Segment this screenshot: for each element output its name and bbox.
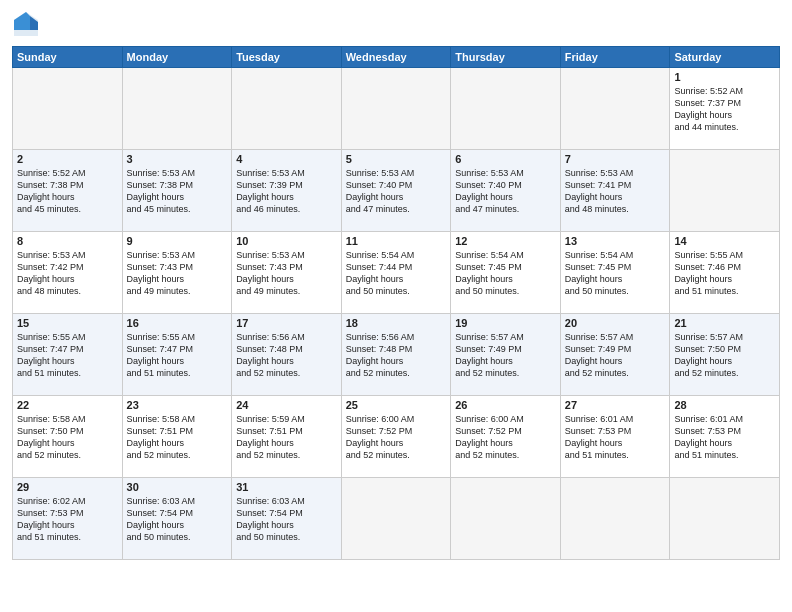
calendar-cell: 6 Sunrise: 5:53 AMSunset: 7:40 PMDayligh… (451, 150, 561, 232)
calendar-cell (13, 68, 123, 150)
day-number: 24 (236, 399, 337, 411)
day-info: Sunrise: 5:55 AMSunset: 7:46 PMDaylight … (674, 249, 775, 298)
calendar-cell: 26 Sunrise: 6:00 AMSunset: 7:52 PMDaylig… (451, 396, 561, 478)
day-number: 3 (127, 153, 228, 165)
calendar-cell: 22 Sunrise: 5:58 AMSunset: 7:50 PMDaylig… (13, 396, 123, 478)
calendar-cell: 9 Sunrise: 5:53 AMSunset: 7:43 PMDayligh… (122, 232, 232, 314)
day-number: 6 (455, 153, 556, 165)
day-number: 11 (346, 235, 447, 247)
col-header-thursday: Thursday (451, 47, 561, 68)
day-info: Sunrise: 6:00 AMSunset: 7:52 PMDaylight … (346, 413, 447, 462)
day-info: Sunrise: 5:54 AMSunset: 7:44 PMDaylight … (346, 249, 447, 298)
calendar-cell: 28 Sunrise: 6:01 AMSunset: 7:53 PMDaylig… (670, 396, 780, 478)
day-number: 16 (127, 317, 228, 329)
day-info: Sunrise: 5:53 AMSunset: 7:40 PMDaylight … (455, 167, 556, 216)
calendar-cell: 20 Sunrise: 5:57 AMSunset: 7:49 PMDaylig… (560, 314, 670, 396)
col-header-wednesday: Wednesday (341, 47, 451, 68)
col-header-tuesday: Tuesday (232, 47, 342, 68)
day-info: Sunrise: 5:52 AMSunset: 7:37 PMDaylight … (674, 85, 775, 134)
calendar-cell: 27 Sunrise: 6:01 AMSunset: 7:53 PMDaylig… (560, 396, 670, 478)
header-row: SundayMondayTuesdayWednesdayThursdayFrid… (13, 47, 780, 68)
week-row: 8 Sunrise: 5:53 AMSunset: 7:42 PMDayligh… (13, 232, 780, 314)
day-number: 8 (17, 235, 118, 247)
col-header-monday: Monday (122, 47, 232, 68)
day-number: 17 (236, 317, 337, 329)
day-info: Sunrise: 6:01 AMSunset: 7:53 PMDaylight … (674, 413, 775, 462)
day-info: Sunrise: 5:56 AMSunset: 7:48 PMDaylight … (346, 331, 447, 380)
week-row: 2 Sunrise: 5:52 AMSunset: 7:38 PMDayligh… (13, 150, 780, 232)
calendar-cell: 31 Sunrise: 6:03 AMSunset: 7:54 PMDaylig… (232, 478, 342, 560)
calendar-cell: 25 Sunrise: 6:00 AMSunset: 7:52 PMDaylig… (341, 396, 451, 478)
page-container: SundayMondayTuesdayWednesdayThursdayFrid… (0, 0, 792, 568)
day-info: Sunrise: 6:03 AMSunset: 7:54 PMDaylight … (127, 495, 228, 544)
day-info: Sunrise: 5:53 AMSunset: 7:43 PMDaylight … (127, 249, 228, 298)
day-info: Sunrise: 6:02 AMSunset: 7:53 PMDaylight … (17, 495, 118, 544)
day-info: Sunrise: 5:57 AMSunset: 7:50 PMDaylight … (674, 331, 775, 380)
calendar-cell: 29 Sunrise: 6:02 AMSunset: 7:53 PMDaylig… (13, 478, 123, 560)
calendar-cell: 21 Sunrise: 5:57 AMSunset: 7:50 PMDaylig… (670, 314, 780, 396)
calendar-cell (670, 478, 780, 560)
day-number: 12 (455, 235, 556, 247)
header (12, 10, 780, 38)
day-info: Sunrise: 5:57 AMSunset: 7:49 PMDaylight … (455, 331, 556, 380)
calendar-cell: 5 Sunrise: 5:53 AMSunset: 7:40 PMDayligh… (341, 150, 451, 232)
calendar-cell: 19 Sunrise: 5:57 AMSunset: 7:49 PMDaylig… (451, 314, 561, 396)
calendar-cell: 16 Sunrise: 5:55 AMSunset: 7:47 PMDaylig… (122, 314, 232, 396)
day-info: Sunrise: 5:53 AMSunset: 7:40 PMDaylight … (346, 167, 447, 216)
svg-marker-2 (14, 12, 30, 30)
day-number: 27 (565, 399, 666, 411)
day-number: 25 (346, 399, 447, 411)
day-number: 1 (674, 71, 775, 83)
day-number: 28 (674, 399, 775, 411)
calendar-cell: 4 Sunrise: 5:53 AMSunset: 7:39 PMDayligh… (232, 150, 342, 232)
calendar-cell: 18 Sunrise: 5:56 AMSunset: 7:48 PMDaylig… (341, 314, 451, 396)
col-header-saturday: Saturday (670, 47, 780, 68)
calendar-cell: 15 Sunrise: 5:55 AMSunset: 7:47 PMDaylig… (13, 314, 123, 396)
calendar-cell: 1 Sunrise: 5:52 AMSunset: 7:37 PMDayligh… (670, 68, 780, 150)
day-number: 14 (674, 235, 775, 247)
day-info: Sunrise: 5:54 AMSunset: 7:45 PMDaylight … (565, 249, 666, 298)
calendar-cell: 3 Sunrise: 5:53 AMSunset: 7:38 PMDayligh… (122, 150, 232, 232)
day-info: Sunrise: 5:55 AMSunset: 7:47 PMDaylight … (127, 331, 228, 380)
day-info: Sunrise: 5:58 AMSunset: 7:51 PMDaylight … (127, 413, 228, 462)
calendar-cell (341, 68, 451, 150)
day-info: Sunrise: 5:53 AMSunset: 7:43 PMDaylight … (236, 249, 337, 298)
day-number: 22 (17, 399, 118, 411)
day-number: 4 (236, 153, 337, 165)
calendar-cell: 23 Sunrise: 5:58 AMSunset: 7:51 PMDaylig… (122, 396, 232, 478)
day-number: 29 (17, 481, 118, 493)
day-info: Sunrise: 5:58 AMSunset: 7:50 PMDaylight … (17, 413, 118, 462)
calendar-cell: 24 Sunrise: 5:59 AMSunset: 7:51 PMDaylig… (232, 396, 342, 478)
calendar-cell: 12 Sunrise: 5:54 AMSunset: 7:45 PMDaylig… (451, 232, 561, 314)
week-row: 29 Sunrise: 6:02 AMSunset: 7:53 PMDaylig… (13, 478, 780, 560)
calendar-cell: 7 Sunrise: 5:53 AMSunset: 7:41 PMDayligh… (560, 150, 670, 232)
day-info: Sunrise: 5:53 AMSunset: 7:38 PMDaylight … (127, 167, 228, 216)
calendar-cell: 8 Sunrise: 5:53 AMSunset: 7:42 PMDayligh… (13, 232, 123, 314)
day-info: Sunrise: 6:01 AMSunset: 7:53 PMDaylight … (565, 413, 666, 462)
day-number: 18 (346, 317, 447, 329)
day-number: 30 (127, 481, 228, 493)
day-number: 31 (236, 481, 337, 493)
day-info: Sunrise: 5:53 AMSunset: 7:42 PMDaylight … (17, 249, 118, 298)
calendar-cell (232, 68, 342, 150)
calendar-cell (560, 478, 670, 560)
calendar-cell (451, 68, 561, 150)
calendar-cell (341, 478, 451, 560)
calendar-cell (451, 478, 561, 560)
calendar-cell: 14 Sunrise: 5:55 AMSunset: 7:46 PMDaylig… (670, 232, 780, 314)
calendar-cell (122, 68, 232, 150)
col-header-friday: Friday (560, 47, 670, 68)
calendar-cell: 2 Sunrise: 5:52 AMSunset: 7:38 PMDayligh… (13, 150, 123, 232)
week-row: 1 Sunrise: 5:52 AMSunset: 7:37 PMDayligh… (13, 68, 780, 150)
day-number: 26 (455, 399, 556, 411)
day-info: Sunrise: 5:53 AMSunset: 7:41 PMDaylight … (565, 167, 666, 216)
day-number: 20 (565, 317, 666, 329)
day-number: 7 (565, 153, 666, 165)
day-info: Sunrise: 5:56 AMSunset: 7:48 PMDaylight … (236, 331, 337, 380)
week-row: 22 Sunrise: 5:58 AMSunset: 7:50 PMDaylig… (13, 396, 780, 478)
calendar-cell: 11 Sunrise: 5:54 AMSunset: 7:44 PMDaylig… (341, 232, 451, 314)
day-info: Sunrise: 5:55 AMSunset: 7:47 PMDaylight … (17, 331, 118, 380)
calendar-cell (670, 150, 780, 232)
logo (12, 10, 44, 38)
calendar-cell: 17 Sunrise: 5:56 AMSunset: 7:48 PMDaylig… (232, 314, 342, 396)
